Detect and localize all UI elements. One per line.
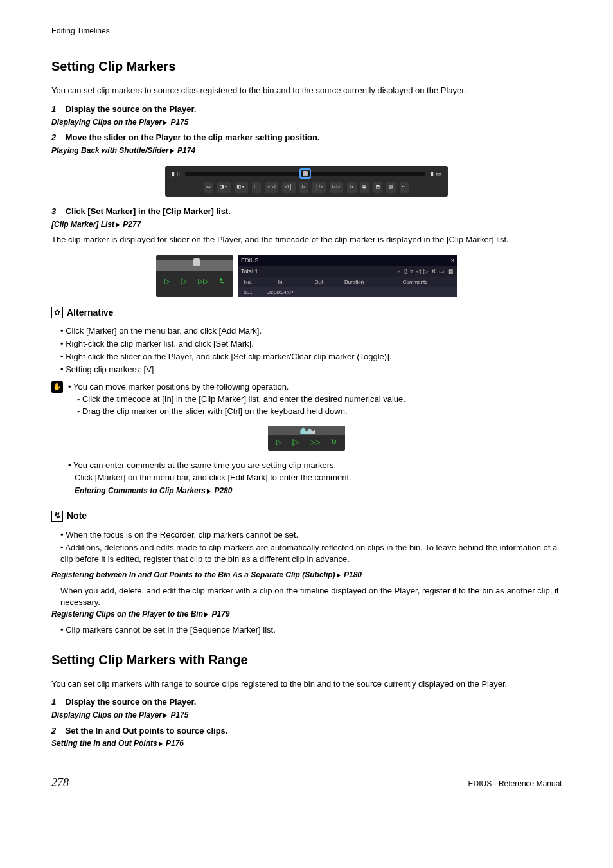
xref-label: Entering Comments to Clip Markers — [75, 486, 206, 495]
xref-displaying-clips-2[interactable]: Displaying Clips on the Player P175 — [51, 710, 562, 721]
figure-player-slider: ▮ ▯ ▮ ▭ ▭ ◨▾ ◧▾ □ ◁◁ ◁| ▷ |▷ ▷▷ ↻ ⬓ ⬒ ▤ … — [51, 166, 562, 197]
step-text: Display the source on the Player. — [66, 104, 197, 114]
play-next-icon[interactable]: |▷ — [181, 276, 188, 287]
btn[interactable]: ⬒ — [373, 182, 382, 193]
player-bar: ▮ ▯ ▮ ▭ ▭ ◨▾ ◧▾ □ ◁◁ ◁| ▷ |▷ ▷▷ ↻ ⬓ ⬒ ▤ … — [165, 166, 448, 197]
step-3-after: The clip marker is displayed for slider … — [51, 234, 562, 246]
arrow-icon — [116, 222, 120, 228]
info-block-1: • You can move marker positions by the f… — [51, 381, 562, 418]
xref-page: P176 — [166, 739, 184, 748]
alt-item: Right-click the clip marker list, and cl… — [60, 338, 562, 350]
col-no: No. — [238, 278, 258, 287]
clip-marker-panel: EDIUS × Total:1 ▵ ▯ ▿ ◁ ▷ ✕ ▭ ▦ No. In O… — [238, 255, 457, 297]
figure-clip-marker-list: ▷ |▷ ▷▷ ↻ EDIUS × Total:1 ▵ ▯ ▿ ◁ ▷ ✕ ▭ … — [51, 255, 562, 297]
btn[interactable]: |▷ — [312, 182, 326, 193]
xref-page: P174 — [177, 146, 195, 155]
btn[interactable]: ▷ — [299, 182, 308, 193]
xref-label: [Clip Marker] List — [51, 220, 114, 229]
step2-2: 2 Set the In and Out points to source cl… — [51, 725, 562, 737]
step-number: 1 — [51, 104, 63, 116]
tab-total[interactable]: Total:1 — [241, 267, 258, 276]
xref-playing-back[interactable]: Playing Back with Shuttle/Slider P174 — [51, 145, 562, 156]
gear-icon — [51, 307, 63, 318]
btn[interactable]: ▷▷ — [330, 182, 343, 193]
step-number: 2 — [51, 132, 63, 144]
step-text: Display the source on the Player. — [66, 697, 197, 707]
info-icon — [51, 381, 63, 393]
intro-text-2: You can set clip markers with range to s… — [51, 678, 562, 691]
xref-label: Playing Back with Shuttle/Slider — [51, 146, 169, 155]
xref-label: Setting the In and Out Points — [51, 739, 157, 748]
info2-line2: Click [Marker] on the menu bar, and clic… — [75, 472, 562, 484]
alternative-header: Alternative — [51, 306, 562, 321]
xref-registering-subclip[interactable]: Registering between In and Out Points to… — [51, 570, 562, 581]
alternative-list: Click [Marker] on the menu bar, and clic… — [51, 325, 562, 375]
cell-out — [303, 288, 335, 297]
step-1: 1 Display the source on the Player. — [51, 104, 562, 116]
ff-icon[interactable]: ▷▷ — [198, 276, 208, 287]
slider-with-marker[interactable] — [156, 260, 233, 271]
xref-page: P175 — [170, 710, 188, 719]
xref-entering-comments[interactable]: Entering Comments to Clip Markers P280 — [75, 485, 562, 496]
play-icon[interactable]: ▷ — [164, 276, 170, 287]
arrow-icon — [204, 612, 208, 617]
slider-marker-highlight[interactable] — [299, 168, 311, 179]
btn[interactable]: □ — [252, 182, 261, 193]
slider-track[interactable] — [185, 172, 426, 176]
btn[interactable]: ▭ — [204, 182, 213, 193]
step-text: Move the slider on the Player to the cli… — [66, 132, 320, 142]
arrow-icon — [163, 120, 167, 125]
cell-com — [373, 288, 457, 297]
toolbar-icons[interactable]: ▵ ▯ ▿ ◁ ▷ ✕ ▭ ▦ — [398, 267, 454, 276]
close-icon[interactable]: × — [451, 257, 454, 265]
xref-setting-in-out[interactable]: Setting the In and Out Points P176 — [51, 738, 562, 749]
btn[interactable]: ↻ — [347, 182, 356, 193]
xref-page: P179 — [211, 610, 229, 619]
info-dash: Drag the clip marker on the slider with … — [77, 406, 562, 418]
btn[interactable]: ⋯ — [400, 182, 409, 193]
note-item: Additions, deletions and edits made to c… — [60, 542, 562, 566]
note-b2-cont: When you add, delete, and edit the clip … — [51, 585, 562, 610]
xref-displaying-clips[interactable]: Displaying Clips on the Player P175 — [51, 117, 562, 128]
loop-icon[interactable]: ↻ — [219, 276, 225, 287]
ff-icon[interactable]: ▷▷ — [310, 437, 320, 448]
page-footer: 278 EDIUS - Reference Manual — [51, 774, 562, 791]
mini-panel-drag: ▷ |▷ ▷▷ ↻ — [268, 426, 345, 451]
alt-item: Setting clip markers: [V] — [60, 364, 562, 376]
xref-label: Registering Clips on the Player to the B… — [51, 610, 203, 619]
mini-transport: ▷ |▷ ▷▷ ↻ — [156, 275, 233, 290]
play-icon[interactable]: ▷ — [276, 437, 281, 448]
col-comments: Comments — [373, 278, 457, 287]
info2-lead: You can enter comments at the same time … — [73, 460, 336, 470]
arrow-icon — [170, 149, 174, 154]
info-lead: You can move marker positions by the fol… — [73, 382, 289, 392]
arrow-icon — [337, 573, 341, 578]
step-number: 3 — [51, 206, 63, 218]
cell-dur — [335, 288, 373, 297]
alt-item: Click [Marker] on the menu bar, and clic… — [60, 325, 562, 338]
mini-transport: ▷ |▷ ▷▷ ↻ — [268, 435, 345, 451]
btn[interactable]: ◨▾ — [217, 182, 231, 193]
cell-no: 001 — [238, 288, 258, 297]
step-number: 1 — [51, 696, 63, 709]
loop-icon[interactable]: ↻ — [331, 437, 337, 448]
alternative-label: Alternative — [67, 306, 113, 319]
info-dash: Click the timecode at [In] in the [Clip … — [77, 393, 562, 406]
btn[interactable]: ◧▾ — [235, 182, 248, 193]
play-next-icon[interactable]: |▷ — [292, 437, 299, 448]
xref-label: Displaying Clips on the Player — [51, 118, 162, 127]
marker-row[interactable]: 001 00:00:04;07 — [238, 287, 457, 298]
btn[interactable]: ◁◁ — [265, 182, 278, 193]
bar-right-markers: ▮ ▭ — [431, 170, 441, 178]
arrow-icon — [163, 713, 167, 718]
note-item: Clip markers cannot be set in the [Seque… — [60, 624, 562, 637]
xref-clip-marker-list[interactable]: [Clip Marker] List P277 — [51, 219, 562, 230]
btn[interactable]: ⬓ — [360, 182, 369, 193]
btn[interactable]: ▤ — [386, 182, 395, 193]
step-2: 2 Move the slider on the Player to the c… — [51, 132, 562, 144]
arrow-icon — [159, 741, 163, 746]
xref-registering-clips-bin[interactable]: Registering Clips on the Player to the B… — [51, 609, 562, 620]
cell-in: 00:00:04;07 — [258, 288, 303, 297]
mini-player: ▷ |▷ ▷▷ ↻ — [156, 255, 233, 297]
btn[interactable]: ◁| — [282, 182, 296, 193]
